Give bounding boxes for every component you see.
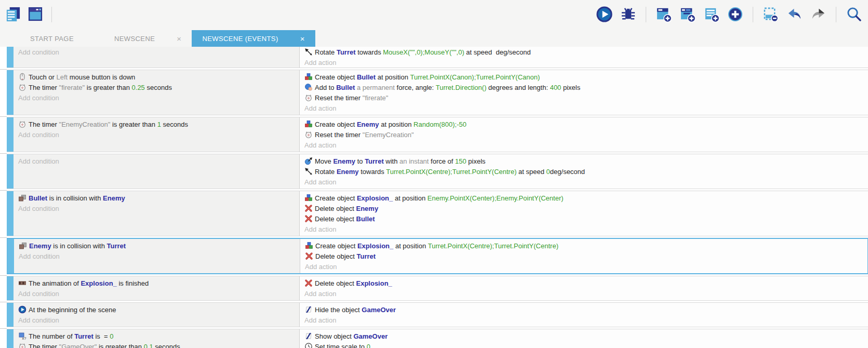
event-row: Bullet is in collision with EnemyAdd con… (0, 191, 868, 236)
toolbar-divider (753, 7, 753, 22)
toolbar-divider (646, 7, 646, 22)
visibility-icon (304, 332, 313, 340)
condition-line[interactable]: x?The number of Turret is = 0 (14, 331, 299, 341)
action-line[interactable]: Create object Explosion_ at position Tur… (300, 240, 867, 251)
action-line[interactable]: Delete object Enemy (300, 203, 868, 213)
instruction-text: Enemy (333, 157, 355, 165)
undo-icon[interactable] (786, 6, 803, 22)
actions-column: Show object GameOverSet time scale to 0A… (300, 329, 868, 348)
condition-line[interactable]: The timer "firerate" is greater than 0.2… (14, 82, 299, 92)
action-line[interactable]: Show object GameOver (300, 331, 868, 341)
instruction-text: at speed (464, 48, 494, 56)
add-action-button[interactable]: Add action (300, 103, 868, 113)
add-condition-button[interactable]: Add condition (14, 203, 299, 213)
tab-bar: START PAGENEWSCENE×NEWSCENE (EVENTS)× (0, 30, 868, 47)
project-manager-icon[interactable] (5, 6, 21, 22)
delete-icon (304, 204, 313, 212)
instruction-text: 0.25 (132, 84, 145, 91)
add-action-button[interactable]: Add action (300, 57, 868, 68)
add-action-button[interactable]: Add action (300, 177, 868, 187)
action-line[interactable]: Delete object Explosion_ (300, 278, 868, 288)
event-row: The timer "EnemyCreation" is greater tha… (0, 117, 868, 152)
condition-line[interactable]: At the beginning of the scene (14, 304, 299, 315)
action-line[interactable]: Rotate Turret towards MouseX("",0);Mouse… (300, 47, 868, 57)
add-condition-button[interactable]: Add condition (14, 156, 299, 166)
close-tab-icon[interactable]: × (300, 34, 305, 43)
condition-line[interactable]: Touch or Left mouse button is down (14, 72, 299, 82)
instruction-text: Bullet (357, 73, 376, 81)
instruction-text: 0 (546, 168, 550, 176)
action-line[interactable]: Set time scale to 0 (300, 341, 868, 348)
actions-column: Hide the object GameOverAdd action (300, 303, 868, 327)
tab-newscene-events[interactable]: NEWSCENE (EVENTS)× (192, 30, 315, 47)
event-drag-handle[interactable] (7, 276, 14, 300)
action-line[interactable]: Reset the timer "EnemyCreation" (300, 129, 868, 140)
preview-play-icon[interactable] (596, 6, 612, 22)
add-condition-button[interactable]: Add condition (14, 288, 299, 299)
events-sheet: Add conditionRotate Turret towards Mouse… (0, 47, 868, 348)
condition-line[interactable]: The timer "GameOver" is greater than 0.1… (14, 341, 299, 348)
event-drag-handle[interactable] (7, 154, 14, 189)
condition-line[interactable]: The animation of Explosion_ is finished (14, 278, 299, 288)
instruction-text: at speed (516, 168, 546, 176)
event-drag-handle[interactable] (7, 239, 14, 273)
action-line[interactable]: Hide the object GameOver (300, 304, 868, 315)
add-action-button[interactable]: Add action (300, 224, 868, 234)
action-line[interactable]: Create object Bullet at position Turret.… (300, 72, 868, 82)
add-action-button[interactable]: Add action (300, 140, 868, 150)
timer-icon (18, 342, 26, 348)
add-condition-button[interactable]: Add condition (14, 129, 299, 140)
event-drag-handle[interactable] (7, 117, 14, 152)
action-line[interactable]: Move Enemy to Turret with an instant for… (300, 156, 868, 166)
tab-start-page[interactable]: START PAGE (0, 30, 104, 47)
debugger-icon[interactable] (620, 6, 636, 22)
action-line[interactable]: Add to Bullet a permanent force, angle: … (300, 82, 868, 92)
action-line[interactable]: Create object Enemy at position Random(8… (300, 119, 868, 129)
event-drag-handle[interactable] (7, 303, 14, 327)
instruction-text: "GameOver" (59, 343, 97, 348)
event-gutter (0, 302, 7, 327)
add-comment-icon[interactable] (703, 6, 719, 22)
remove-selection-icon[interactable] (763, 6, 779, 22)
search-icon[interactable] (846, 6, 862, 22)
instruction-text: Turret (357, 252, 376, 260)
add-condition-button[interactable]: Add condition (14, 315, 299, 325)
instruction-text: Left (56, 73, 68, 81)
instruction-text: "firerate" (59, 84, 85, 91)
action-line[interactable]: Rotate Enemy towards Turret.PointX(Centr… (300, 166, 868, 177)
add-condition-button[interactable]: Add condition (14, 92, 299, 103)
event-row: x?The number of Turret is = 0The timer "… (0, 329, 868, 348)
add-condition-button[interactable]: Add condition (14, 47, 299, 57)
add-event-icon[interactable] (656, 6, 672, 22)
event-drag-handle[interactable] (7, 329, 14, 348)
event-drag-handle[interactable] (7, 191, 14, 236)
add-subevent-icon[interactable] (679, 6, 696, 22)
add-condition-button[interactable]: Add condition (14, 251, 300, 261)
instruction-text: Enemy.PointX(Center);Enemy.PointY(Center… (428, 194, 564, 202)
tab-newscene[interactable]: NEWSCENE× (104, 30, 192, 47)
condition-line[interactable]: Bullet is in collision with Enemy (14, 193, 299, 203)
condition-line[interactable]: Enemy is in collision with Turret (14, 240, 300, 251)
action-line[interactable]: Delete object Turret (300, 251, 867, 261)
timer-icon (18, 83, 26, 91)
timer-icon (18, 120, 26, 128)
condition-line[interactable]: The timer "EnemyCreation" is greater tha… (14, 119, 299, 129)
add-action-button[interactable]: Add action (300, 315, 868, 325)
instruction-text: 0 (367, 343, 370, 348)
add-action-button[interactable]: Add action (300, 261, 867, 272)
event-drag-handle[interactable] (7, 70, 14, 115)
close-tab-icon[interactable]: × (177, 34, 181, 43)
scene-editor-icon[interactable] (28, 6, 44, 22)
action-line[interactable]: Create object Explosion_ at position Ene… (300, 193, 868, 203)
instruction-text: mouse button is down (68, 73, 135, 81)
instruction-text: Enemy (356, 205, 379, 212)
conditions-column: Add condition (14, 154, 300, 189)
event-drag-handle[interactable] (7, 47, 14, 68)
add-action-button[interactable]: Add action (300, 288, 868, 299)
instruction-text: The timer (29, 343, 59, 348)
conditions-column: The animation of Explosion_ is finishedA… (14, 276, 300, 300)
action-line[interactable]: Reset the timer "firerate" (300, 92, 868, 103)
add-circle-icon[interactable] (727, 6, 743, 22)
redo-icon[interactable] (810, 6, 826, 22)
action-line[interactable]: Delete object Bullet (300, 213, 868, 224)
